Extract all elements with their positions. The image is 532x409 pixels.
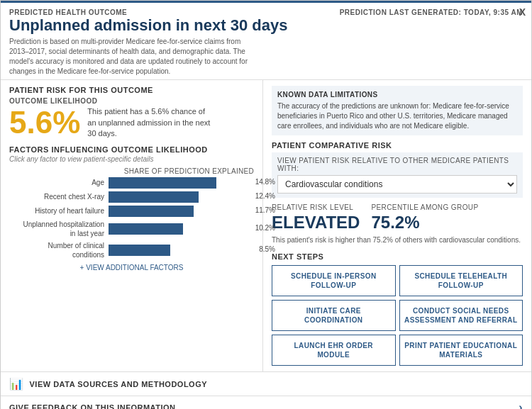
bar-label-xray: Recent chest X-ray — [9, 192, 109, 201]
bar-label-hosp: Unplanned hospitalizationin last year — [9, 220, 109, 238]
bar-value-hosp: 10.2% — [255, 224, 275, 232]
bar-row-heart[interactable]: History of heart failure 11.7% — [9, 206, 254, 217]
bar-fill-conditions — [109, 245, 170, 256]
outcome-percent: 5.6% — [9, 107, 80, 138]
data-sources-label: VIEW DATA SOURCES AND METHODOLOGY — [30, 380, 208, 388]
main-content: PATIENT RISK FOR THIS OUTCOME OUTCOME LI… — [1, 80, 531, 372]
outcome-desc: This patient has a 5.6% chance of an unp… — [87, 106, 215, 139]
bar-container-conditions: 8.5% — [109, 245, 254, 256]
page-title: Unplanned admission in next 30 days — [9, 16, 287, 35]
bar-row-conditions[interactable]: Number of clinicalconditions 8.5% — [9, 241, 254, 259]
comp-box-label: VIEW PATIENT RISK RELATIVE TO OTHER MEDI… — [277, 157, 517, 172]
cardiovascular-select[interactable]: Cardiovascular conditions Diabetes Hyper… — [277, 175, 517, 194]
ehr-order-button[interactable]: LAUNCH EHR ORDERMODULE — [272, 335, 396, 366]
percentile-block: PERCENTILE AMONG GROUP 75.2% — [371, 203, 478, 232]
feedback-bar[interactable]: GIVE FEEDBACK ON THIS INFORMATION › — [1, 396, 531, 409]
limitations-box: KNOWN DATA LIMITATIONS The accuracy of t… — [272, 86, 523, 135]
print-materials-button[interactable]: PRINT PATIENT EDUCATIONAL MATERIALS — [399, 335, 523, 366]
risk-description: This patient's risk is higher than 75.2%… — [272, 235, 523, 245]
bar-label-age: Age — [9, 178, 109, 187]
schedule-inperson-button[interactable]: SCHEDULE IN-PERSONFOLLOW-UP — [272, 265, 396, 296]
bar-value-heart: 11.7% — [255, 206, 275, 214]
bar-row-xray[interactable]: Recent chest X-ray 12.4% — [9, 191, 254, 203]
right-column: KNOWN DATA LIMITATIONS The accuracy of t… — [263, 80, 531, 371]
data-sources-icon: 📊 — [9, 377, 24, 391]
outcome-likelihood-label: OUTCOME LIKELIHOOD — [9, 97, 254, 105]
header-left: PREDICTED HEALTH OUTCOME Unplanned admis… — [9, 9, 287, 77]
bar-value-age: 14.8% — [255, 178, 275, 186]
comparative-box: VIEW PATIENT RISK RELATIVE TO OTHER MEDI… — [272, 152, 523, 198]
initiate-care-button[interactable]: INITIATE CARECOORDINATION — [272, 300, 396, 331]
limitations-text: The accuracy of the predictions are unkn… — [277, 101, 517, 131]
main-container: PREDICTED HEALTH OUTCOME Unplanned admis… — [0, 0, 532, 409]
risk-level-value: ELEVATED — [272, 213, 360, 232]
limitations-title: KNOWN DATA LIMITATIONS — [277, 90, 517, 100]
factors-subtitle: Click any factor to view patient-specifi… — [9, 155, 254, 163]
schedule-telehealth-button[interactable]: SCHEDULE TELEHEALTHFOLLOW-UP — [399, 265, 523, 296]
factors-section: FACTORS INFLUENCING OUTCOME LIKELIHOOD C… — [9, 145, 254, 271]
risk-level-block: RELATIVE RISK LEVEL ELEVATED — [272, 203, 360, 232]
next-steps-title: NEXT STEPS — [272, 252, 523, 261]
bar-fill-age — [109, 177, 216, 189]
bar-container-heart: 11.7% — [109, 206, 254, 217]
header-subtitle: Prediction is based on multi-provider Me… — [9, 37, 250, 77]
comparative-section-title: PATIENT COMPARATIVE RISK — [272, 141, 523, 150]
predicted-label: PREDICTED HEALTH OUTCOME — [9, 9, 287, 16]
risk-row: RELATIVE RISK LEVEL ELEVATED PERCENTILE … — [272, 203, 523, 232]
bar-label-conditions: Number of clinicalconditions — [9, 241, 109, 259]
bar-value-xray: 12.4% — [255, 192, 275, 200]
view-additional-link[interactable]: + VIEW ADDITIONAL FACTORS — [9, 264, 254, 271]
social-needs-button[interactable]: CONDUCT SOCIAL NEEDS ASSESSMENT AND REFE… — [399, 300, 523, 331]
bar-container-hosp: 10.2% — [109, 223, 254, 235]
factors-title: FACTORS INFLUENCING OUTCOME LIKELIHOOD — [9, 145, 254, 154]
percentile-value: 75.2% — [371, 213, 478, 232]
risk-level-label: RELATIVE RISK LEVEL — [272, 203, 360, 211]
next-steps-grid: SCHEDULE IN-PERSONFOLLOW-UP SCHEDULE TEL… — [272, 265, 523, 366]
left-column: PATIENT RISK FOR THIS OUTCOME OUTCOME LI… — [1, 80, 263, 371]
bar-row-hosp[interactable]: Unplanned hospitalizationin last year 10… — [9, 220, 254, 238]
bar-fill-xray — [109, 191, 199, 203]
bar-fill-hosp — [109, 223, 183, 235]
header-right: PREDICTION LAST GENERATED: TODAY, 9:35 A… — [340, 9, 523, 16]
data-sources-bar[interactable]: 📊 VIEW DATA SOURCES AND METHODOLOGY — [1, 372, 531, 396]
share-label: SHARE OF PREDICTION EXPLAINED — [9, 167, 254, 175]
bar-value-conditions: 8.5% — [259, 245, 275, 253]
percentile-label: PERCENTILE AMONG GROUP — [371, 203, 478, 211]
bar-container-xray: 12.4% — [109, 191, 254, 203]
header: PREDICTED HEALTH OUTCOME Unplanned admis… — [1, 3, 531, 80]
bar-container-age: 14.8% — [109, 177, 254, 189]
bar-row-age[interactable]: Age 14.8% — [9, 177, 254, 189]
patient-risk-title: PATIENT RISK FOR THIS OUTCOME — [9, 86, 254, 94]
outcome-row: 5.6% This patient has a 5.6% chance of a… — [9, 106, 254, 139]
bar-fill-heart — [109, 206, 194, 217]
bar-label-heart: History of heart failure — [9, 206, 109, 215]
prediction-timestamp: PREDICTION LAST GENERATED: TODAY, 9:35 A… — [340, 9, 523, 16]
feedback-label: GIVE FEEDBACK ON THIS INFORMATION — [9, 403, 175, 409]
close-button[interactable]: X — [519, 6, 526, 18]
patient-risk-section: OUTCOME LIKELIHOOD 5.6% This patient has… — [9, 97, 254, 139]
next-steps-section: NEXT STEPS SCHEDULE IN-PERSONFOLLOW-UP S… — [272, 252, 523, 366]
feedback-arrow-icon: › — [519, 401, 523, 409]
